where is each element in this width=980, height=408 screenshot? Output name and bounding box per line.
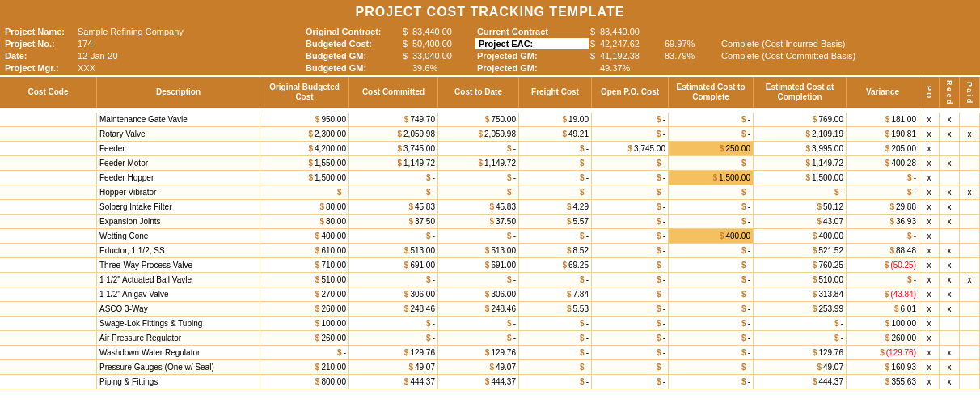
cell-description: Maintenance Gate Vavle (97, 113, 260, 126)
cell-eac: $- (754, 185, 847, 199)
budgeted-gm2-label: Budgeted GM: (304, 62, 401, 74)
cell-todate: $691.00 (438, 258, 519, 272)
cell-committed: $3,745.00 (349, 142, 438, 155)
cell-orig: $950.00 (260, 113, 349, 126)
project-no-label: Project No.: (5, 38, 78, 49)
cell-description: Washdown Water Regulator (97, 346, 260, 359)
cell-todate: $49.07 (438, 360, 519, 374)
project-name-label: Project Name: (5, 26, 78, 37)
cell-description: Feeder Motor (97, 156, 260, 170)
cell-openpo: $- (592, 215, 669, 228)
header-estimated-cost-to-complete: Estimated Cost to Complete (669, 77, 754, 108)
cell-todate: $- (438, 317, 519, 330)
cell-recd: x (940, 360, 960, 374)
cell-eac: $1,149.72 (754, 156, 847, 170)
budgeted-gm-val: 33,040.00 (411, 50, 475, 62)
cell-todate: $2,059.98 (438, 127, 519, 141)
table-row: Feeder Hopper $1,500.00 $- $- $- $- $1,5… (0, 171, 980, 185)
orig-contract-label: Original Contract: (304, 26, 401, 37)
cell-eac: $1,500.00 (754, 171, 847, 185)
cell-costcode (0, 346, 97, 359)
cell-committed: $- (349, 171, 438, 185)
cell-po: x (919, 215, 940, 228)
cell-recd: x (940, 185, 960, 199)
cell-committed: $1,149.72 (349, 156, 438, 170)
header-freight-cost: Freight Cost (519, 77, 592, 108)
cell-freight: $69.25 (519, 258, 592, 272)
cell-eac: $510.00 (754, 273, 847, 287)
budgeted-gm-label: Budgeted GM: (304, 50, 401, 62)
cell-paid (960, 331, 980, 345)
cell-committed: $691.00 (349, 258, 438, 272)
cell-todate: $- (438, 273, 519, 287)
header-estimated-cost-at-completion: Estimated Cost at Completion (754, 77, 847, 108)
table-row: Wetting Cone $400.00 $- $- $- $- $400.00… (0, 229, 980, 244)
cell-committed: $- (349, 317, 438, 330)
cell-costcode (0, 127, 97, 141)
cell-openpo: $3,745.00 (592, 142, 669, 155)
cell-todate: $- (438, 185, 519, 199)
table-row: Eductor, 1 1/2, SS $610.00 $513.00 $513.… (0, 244, 980, 258)
cell-estcomplete: $250.00 (669, 142, 754, 155)
cell-costcode (0, 317, 97, 330)
cell-committed: $129.76 (349, 346, 438, 359)
header-cost-code: Cost Code (0, 77, 97, 108)
cell-orig: $100.00 (260, 317, 349, 330)
cell-openpo: $- (592, 360, 669, 374)
cell-committed: $- (349, 331, 438, 345)
cell-todate: $129.76 (438, 346, 519, 359)
cell-freight: $5.57 (519, 215, 592, 228)
date-value: 12-Jan-20 (78, 50, 304, 62)
cell-paid (960, 200, 980, 214)
cell-recd: x (940, 215, 960, 228)
budgeted-gm2-val: 39.6% (411, 62, 475, 74)
projected-gm-val: 41,192.38 (598, 50, 663, 62)
cell-estcomplete: $1,500.00 (669, 171, 754, 185)
project-eac-val: 42,247.62 (598, 38, 663, 49)
cell-paid: x (960, 127, 980, 141)
cell-committed: $306.00 (349, 287, 438, 301)
cell-description: Eductor, 1 1/2, SS (97, 244, 260, 257)
cell-costcode (0, 244, 97, 257)
cell-openpo: $- (592, 317, 669, 330)
current-contract-val: 83,440.00 (598, 26, 663, 37)
cell-todate: $306.00 (438, 287, 519, 301)
cell-po: x (919, 375, 940, 389)
cell-recd: x (940, 156, 960, 170)
cell-committed: $248.46 (349, 302, 438, 316)
table-row: ASCO 3-Way $260.00 $248.46 $248.46 $5.53… (0, 302, 980, 317)
table-row: Solberg Intake Filter $80.00 $45.83 $45.… (0, 200, 980, 215)
date-label: Date: (5, 50, 78, 62)
cell-po: x (919, 302, 940, 316)
cell-po: x (919, 127, 940, 141)
budgeted-cost-label: Budgeted Cost: (304, 38, 401, 49)
cell-estcomplete: $- (669, 302, 754, 316)
cell-costcode (0, 185, 97, 199)
cell-openpo: $- (592, 302, 669, 316)
cell-estcomplete: $- (669, 331, 754, 345)
cell-po: x (919, 171, 940, 185)
projected-gm2-label: Projected GM: (475, 62, 589, 74)
cell-orig: $710.00 (260, 258, 349, 272)
table-row: 1 1/2" Anigav Valve $270.00 $306.00 $306… (0, 287, 980, 302)
header-cost-to-date: Cost to Date (438, 77, 519, 108)
table-row: Pressure Gauges (One w/ Seal) $210.00 $4… (0, 360, 980, 375)
cell-costcode (0, 200, 97, 214)
cell-costcode (0, 375, 97, 389)
cell-variance: $190.81 (847, 127, 919, 141)
cell-freight: $- (519, 156, 592, 170)
projected-gm2-val: 49.37% (598, 62, 663, 74)
cell-freight: $8.52 (519, 244, 592, 257)
cell-description: Wetting Cone (97, 229, 260, 243)
table-row: Washdown Water Regulator $- $129.76 $129… (0, 346, 980, 360)
project-info-left: Project Name: Sample Refining Company Pr… (5, 26, 304, 74)
cell-costcode (0, 331, 97, 345)
cell-orig: $80.00 (260, 200, 349, 214)
cell-variance: $29.88 (847, 200, 919, 214)
cell-recd: x (940, 113, 960, 126)
cell-recd (940, 331, 960, 345)
orig-contract-val: 83,440.00 (411, 26, 475, 37)
cell-costcode (0, 302, 97, 316)
cell-po: x (919, 244, 940, 257)
cell-description: Pressure Gauges (One w/ Seal) (97, 360, 260, 374)
